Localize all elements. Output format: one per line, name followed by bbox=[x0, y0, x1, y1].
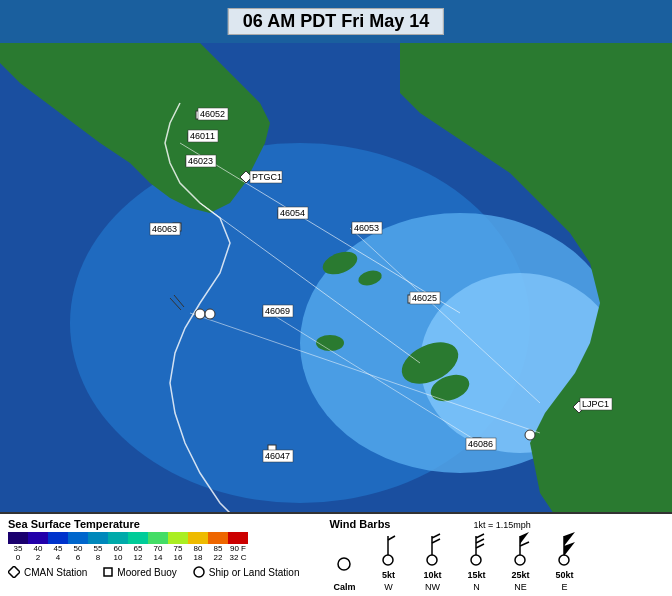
svg-line-74 bbox=[520, 542, 529, 546]
sst-title: Sea Surface Temperature bbox=[8, 518, 299, 530]
wind-15kt: 15kt N bbox=[461, 532, 491, 592]
buoy-legend-item: Moored Buoy bbox=[103, 567, 176, 578]
wind-calm: Calm bbox=[329, 544, 359, 592]
svg-text:46054: 46054 bbox=[280, 208, 305, 218]
svg-line-65 bbox=[432, 539, 440, 543]
cman-legend-item: CMAN Station bbox=[8, 566, 87, 578]
svg-point-71 bbox=[515, 555, 525, 565]
map-title: 06 AM PDT Fri May 14 bbox=[228, 8, 444, 35]
color-bar-f: 35 40 45 50 55 60 65 70 75 80 85 90 F bbox=[8, 532, 299, 553]
color-bar-c: 0 2 4 6 8 10 12 14 16 18 22 32 C bbox=[8, 553, 299, 562]
svg-text:46047: 46047 bbox=[265, 451, 290, 461]
svg-text:46063: 46063 bbox=[152, 224, 177, 234]
svg-line-64 bbox=[432, 534, 440, 538]
svg-text:46011: 46011 bbox=[190, 131, 215, 141]
svg-marker-78 bbox=[564, 542, 575, 556]
wind-5kt: 5kt W bbox=[373, 532, 403, 592]
svg-point-62 bbox=[427, 555, 437, 565]
svg-text:LJPC1: LJPC1 bbox=[582, 399, 609, 409]
wind-title: Wind Barbs 1kt = 1.15mph bbox=[329, 518, 530, 530]
svg-marker-55 bbox=[8, 566, 20, 578]
svg-point-75 bbox=[559, 555, 569, 565]
svg-point-59 bbox=[383, 555, 393, 565]
cman-label: CMAN Station bbox=[24, 567, 87, 578]
wind-50kt: 50kt E bbox=[549, 532, 579, 592]
svg-point-26 bbox=[195, 309, 205, 319]
ship-legend-item: Ship or Land Station bbox=[193, 566, 300, 578]
svg-rect-56 bbox=[104, 568, 112, 576]
wind-barbs-row: Calm 5kt W bbox=[329, 532, 579, 592]
svg-text:PTGC1: PTGC1 bbox=[252, 172, 282, 182]
svg-text:46086: 46086 bbox=[468, 439, 493, 449]
svg-line-61 bbox=[388, 536, 395, 540]
svg-line-70 bbox=[476, 544, 484, 548]
svg-line-68 bbox=[476, 534, 484, 538]
ship-label: Ship or Land Station bbox=[209, 567, 300, 578]
svg-text:46052: 46052 bbox=[200, 109, 225, 119]
wind-10kt: 10kt NW bbox=[417, 532, 447, 592]
map-svg: 46052 46011 46023 PTGC1 46054 46063 4605… bbox=[0, 0, 672, 596]
svg-text:46053: 46053 bbox=[354, 223, 379, 233]
svg-point-27 bbox=[205, 309, 215, 319]
svg-point-57 bbox=[194, 567, 204, 577]
svg-text:46025: 46025 bbox=[412, 293, 437, 303]
map-container: 46052 46011 46023 PTGC1 46054 46063 4605… bbox=[0, 0, 672, 596]
icon-legend: CMAN Station Moored Buoy Ship or Land St… bbox=[8, 566, 299, 578]
wind-legend: Wind Barbs 1kt = 1.15mph Calm bbox=[329, 518, 664, 592]
buoy-label: Moored Buoy bbox=[117, 567, 176, 578]
legend: Sea Surface Temperature 35 40 45 50 55 6… bbox=[0, 512, 672, 596]
svg-line-69 bbox=[476, 539, 484, 543]
svg-text:46069: 46069 bbox=[265, 306, 290, 316]
svg-point-66 bbox=[471, 555, 481, 565]
svg-point-28 bbox=[525, 430, 535, 440]
sst-legend: Sea Surface Temperature 35 40 45 50 55 6… bbox=[8, 518, 299, 578]
wind-25kt: 25kt NE bbox=[505, 532, 535, 592]
svg-point-58 bbox=[338, 558, 350, 570]
svg-point-8 bbox=[316, 335, 344, 351]
svg-text:46023: 46023 bbox=[188, 156, 213, 166]
